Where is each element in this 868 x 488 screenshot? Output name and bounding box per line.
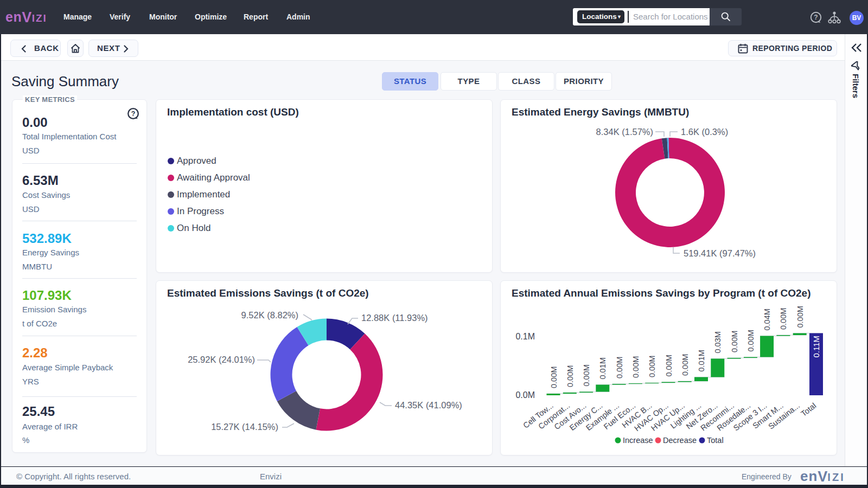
svg-text:0.00M: 0.00M: [779, 308, 788, 330]
svg-text:0.0M: 0.0M: [515, 390, 535, 400]
svg-text:0.04M: 0.04M: [763, 309, 771, 330]
svg-text:Decrease: Decrease: [663, 436, 697, 445]
svg-text:0.00M: 0.00M: [746, 330, 755, 351]
svg-text:1.6K (0.3%): 1.6K (0.3%): [681, 127, 728, 137]
svg-text:0.00M: 0.00M: [681, 354, 690, 376]
svg-text:0.01M: 0.01M: [598, 357, 607, 379]
svg-text:0.11M: 0.11M: [812, 336, 821, 358]
svg-text:0.00M: 0.00M: [796, 306, 805, 328]
svg-text:519.41K (97.47%): 519.41K (97.47%): [684, 248, 756, 258]
svg-text:12.88K (11.93%): 12.88K (11.93%): [361, 313, 428, 323]
svg-text:44.35K (41.09%): 44.35K (41.09%): [395, 400, 462, 410]
svg-text:0.00M: 0.00M: [550, 367, 558, 388]
svg-text:0.00M: 0.00M: [631, 356, 640, 378]
svg-text:Increase: Increase: [623, 436, 653, 445]
svg-text:?: ?: [814, 14, 818, 21]
svg-text:Total: Total: [707, 436, 724, 445]
svg-text:0.00M: 0.00M: [615, 357, 624, 378]
svg-text:0.00M: 0.00M: [730, 331, 739, 352]
svg-text:?: ?: [131, 110, 136, 118]
svg-text:0.01M: 0.01M: [697, 350, 706, 371]
svg-text:15.27K (14.15%): 15.27K (14.15%): [211, 422, 278, 432]
svg-text:0.00M: 0.00M: [566, 365, 575, 387]
svg-text:8.34K (1.57%): 8.34K (1.57%): [596, 127, 653, 137]
svg-text:25.92K (24.01%): 25.92K (24.01%): [188, 355, 255, 364]
svg-text:0.00M: 0.00M: [665, 355, 673, 376]
svg-text:0.00M: 0.00M: [648, 356, 656, 377]
svg-text:0.03M: 0.03M: [713, 331, 722, 353]
svg-text:0.1M: 0.1M: [515, 332, 535, 341]
svg-text:Total: Total: [799, 401, 818, 418]
svg-text:0.00M: 0.00M: [582, 364, 591, 386]
svg-text:9.52K (8.82%): 9.52K (8.82%): [241, 310, 298, 320]
